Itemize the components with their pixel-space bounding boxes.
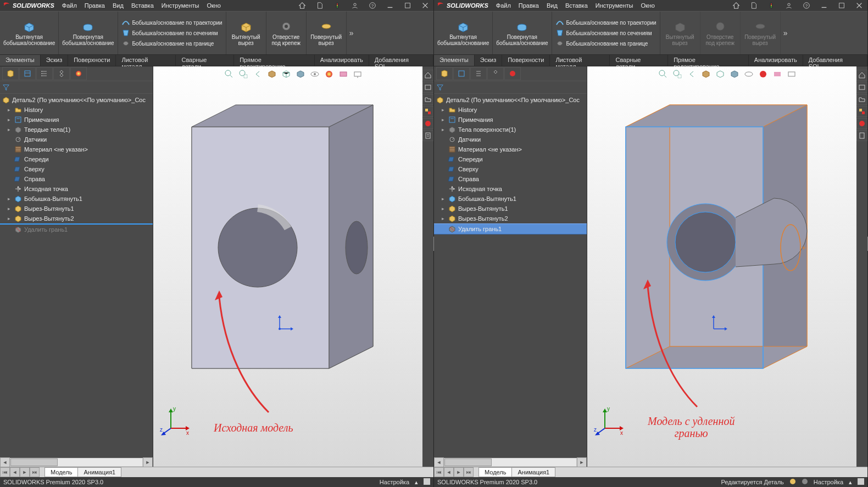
display-style-icon[interactable] [729, 69, 740, 80]
zoom-fit-icon[interactable] [658, 69, 669, 80]
tab-elements[interactable]: Элементы [434, 55, 475, 66]
tree-item[interactable]: Спереди [434, 154, 587, 164]
tree-root[interactable]: Деталь2 (По умолчанию<<По умолчанию>_Сос [0, 95, 153, 105]
tree-item[interactable]: Удалить грань1 [0, 225, 153, 234]
taskpane-view-icon[interactable] [422, 106, 433, 117]
tab-sketch[interactable]: Эскиз [41, 55, 68, 66]
ribbon-swept-boss[interactable]: Бобышка/основание по траектории [554, 18, 658, 27]
tree-item[interactable]: Сверху [0, 164, 153, 174]
tree-item[interactable]: Исходная точка [434, 184, 587, 194]
section-view-icon[interactable] [266, 69, 277, 80]
ribbon-overflow-icon[interactable]: » [347, 12, 357, 54]
btab-prev-icon[interactable]: ◄ [444, 467, 454, 477]
status-flag-icon[interactable] [858, 478, 864, 486]
ribbon-extruded-boss[interactable]: Вытянутая бобышка/основание [0, 12, 59, 54]
btab-last-icon[interactable]: ⏭ [30, 467, 40, 477]
dimxpert-icon[interactable] [53, 67, 70, 80]
chevron-up-icon[interactable]: ▴ [849, 479, 852, 486]
config-manager-icon[interactable] [470, 67, 487, 80]
view-settings-icon[interactable] [352, 69, 363, 80]
tab-direct-edit[interactable]: Прямое редактирование [234, 55, 315, 66]
tree-item[interactable]: Справа [434, 174, 587, 184]
traffic-light-icon[interactable] [331, 1, 343, 10]
config-manager-icon[interactable] [36, 67, 53, 80]
btab-first-icon[interactable]: ⏮ [0, 467, 10, 477]
status-custom[interactable]: Настройка [814, 479, 843, 485]
document-icon[interactable] [748, 1, 760, 10]
tree-scrollbar[interactable]: ◄► [0, 458, 153, 467]
tree-item[interactable]: Датчики [434, 135, 587, 144]
render-icon[interactable] [504, 67, 521, 80]
btab-last-icon[interactable]: ⏭ [464, 467, 474, 477]
user-icon[interactable] [349, 1, 361, 10]
btab-animation[interactable]: Анимация1 [77, 467, 121, 477]
ribbon-boundary-boss[interactable]: Бобышка/основание на границе [120, 38, 224, 48]
menu-insert[interactable]: Вставка [562, 1, 591, 10]
menu-window[interactable]: Окно [637, 1, 658, 10]
tab-weldments[interactable]: Сварные детали [176, 55, 234, 66]
menu-pin-icon[interactable] [659, 1, 666, 10]
user-icon[interactable] [783, 1, 795, 10]
ribbon-extruded-boss[interactable]: Вытянутая бобышка/основание [434, 12, 493, 54]
tree-item[interactable]: ▸Вырез-Вытянуть2 [434, 214, 587, 223]
feature-manager-icon[interactable] [2, 67, 19, 80]
section-view-icon[interactable] [700, 69, 711, 80]
chevron-up-icon[interactable]: ▴ [415, 479, 418, 486]
tree-item[interactable]: ▸Твердые тела(1) [0, 125, 153, 135]
menu-tools[interactable]: Инструменты [592, 1, 637, 10]
tree-item[interactable]: ▸Бобышка-Вытянуть1 [434, 194, 587, 204]
zoom-area-icon[interactable] [238, 69, 249, 80]
view-settings-icon[interactable] [786, 69, 797, 80]
taskpane-view-icon[interactable] [856, 106, 867, 117]
menu-view[interactable]: Вид [543, 1, 561, 10]
ribbon-lofted-boss[interactable]: Бобышка/основание по сечениям [120, 28, 224, 38]
tab-addins[interactable]: Добавления SOL... [369, 55, 433, 66]
taskpane-appearance-icon[interactable] [422, 118, 433, 129]
tab-sketch[interactable]: Эскиз [475, 55, 502, 66]
menu-window[interactable]: Окно [203, 1, 224, 10]
apply-scene-icon[interactable] [772, 69, 783, 80]
tree-item[interactable]: Удалить грань1 [434, 223, 587, 234]
dimxpert-icon[interactable] [487, 67, 504, 80]
taskpane-home-icon[interactable] [422, 70, 433, 81]
tree-filter[interactable] [0, 81, 153, 94]
edit-appearance-icon[interactable] [324, 69, 335, 80]
menu-file[interactable]: Файл [59, 1, 80, 10]
previous-view-icon[interactable] [252, 69, 263, 80]
traffic-light-icon[interactable] [765, 1, 777, 10]
tree-item[interactable]: ▸Вырез-Вытянуть1 [434, 204, 587, 214]
tab-direct-edit[interactable]: Прямое редактирование [668, 55, 749, 66]
ribbon-hole-wizard[interactable]: Отверстие под крепеж [266, 12, 307, 54]
taskpane-explorer-icon[interactable] [856, 94, 867, 105]
maximize-icon[interactable] [402, 1, 414, 10]
property-manager-icon[interactable] [19, 67, 36, 80]
menu-edit[interactable]: Правка [515, 1, 542, 10]
btab-prev-icon[interactable]: ◄ [10, 467, 20, 477]
taskpane-props-icon[interactable] [422, 130, 433, 141]
ribbon-revolved-boss[interactable]: Повернутая бобышка/основание [59, 12, 118, 54]
menu-edit[interactable]: Правка [81, 1, 108, 10]
ribbon-swept-boss[interactable]: Бобышка/основание по траектории [120, 18, 224, 27]
tree-item[interactable]: Материал <не указан> [0, 144, 153, 154]
tree-item[interactable]: Датчики [0, 135, 153, 144]
property-manager-icon[interactable] [453, 67, 470, 80]
ribbon-overflow-icon[interactable]: » [781, 12, 791, 54]
status-custom[interactable]: Настройка [380, 479, 409, 485]
ribbon-extruded-cut[interactable]: Вытянутый вырез [226, 12, 266, 54]
ribbon-lofted-boss[interactable]: Бобышка/основание по сечениям [554, 28, 658, 38]
menu-pin-icon[interactable] [225, 1, 232, 10]
minimize-icon[interactable] [818, 1, 830, 10]
menu-view[interactable]: Вид [109, 1, 127, 10]
close-icon[interactable] [853, 1, 865, 10]
maximize-icon[interactable] [836, 1, 848, 10]
home-icon[interactable] [296, 1, 308, 10]
tree-item[interactable]: Спереди [0, 154, 153, 164]
btab-animation[interactable]: Анимация1 [511, 467, 555, 477]
zoom-area-icon[interactable] [672, 69, 683, 80]
view-orientation-icon[interactable] [715, 69, 726, 80]
tree-item[interactable]: ▸Вырез-Вытянуть1 [0, 204, 153, 214]
tab-weldments[interactable]: Сварные детали [610, 55, 668, 66]
status-info-icon[interactable] [802, 478, 808, 486]
tree-item[interactable]: ▸Бобышка-Вытянуть1 [0, 194, 153, 204]
minimize-icon[interactable] [384, 1, 396, 10]
